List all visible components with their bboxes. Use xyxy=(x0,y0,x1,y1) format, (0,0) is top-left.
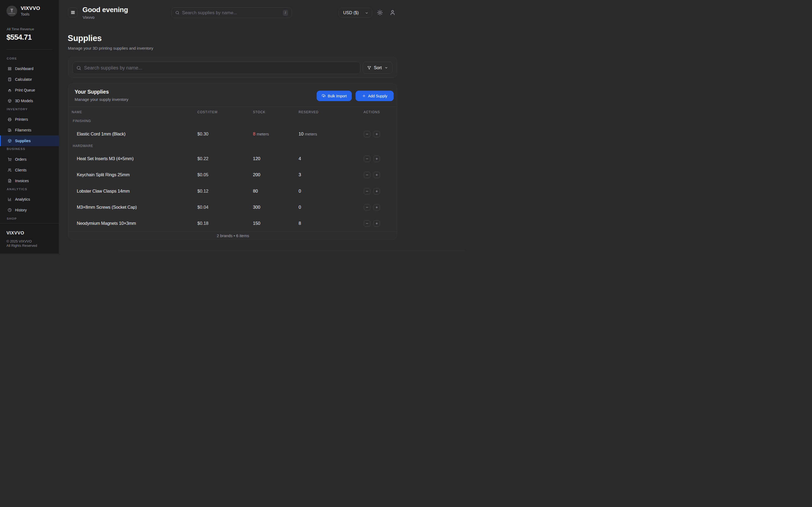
svg-text:VIXVVO: VIXVVO xyxy=(9,13,15,14)
